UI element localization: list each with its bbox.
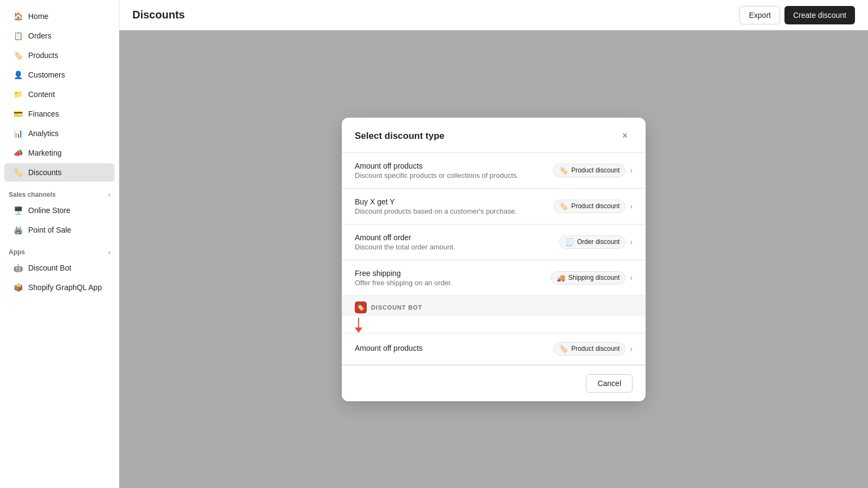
home-icon: 🏠 (13, 11, 23, 21)
sidebar-item-label: Discount Bot (28, 264, 71, 272)
sidebar-item-online-store[interactable]: 🖥️ Online Store (4, 201, 114, 220)
marketing-icon: 📣 (13, 148, 23, 158)
modal-select-discount-type: Select discount type × Amount off produc… (342, 118, 646, 401)
chevron-right-icon: › (630, 202, 633, 210)
page-title: Discounts (132, 9, 185, 21)
sidebar-item-label: Content (28, 90, 55, 99)
sidebar-item-label: Products (28, 51, 58, 60)
sidebar-item-marketing[interactable]: 📣 Marketing (4, 144, 114, 162)
chevron-right-icon: › (630, 237, 633, 246)
top-bar: Discounts Export Create discount (119, 0, 868, 30)
sidebar-item-content[interactable]: 📁 Content (4, 85, 114, 104)
sidebar-item-label: Discounts (28, 168, 61, 177)
modal-header: Select discount type × (342, 118, 646, 152)
option-title: Amount off order (355, 233, 559, 242)
finances-icon: 💳 (13, 109, 23, 119)
sidebar-item-label: Marketing (28, 149, 61, 157)
discount-option-amount-off-products[interactable]: Amount off products Discount specific pr… (342, 152, 646, 188)
chevron-right-icon: › (108, 192, 110, 198)
orders-icon: 📋 (13, 31, 23, 41)
discount-option-free-shipping[interactable]: Free shipping Offer free shipping on an … (342, 260, 646, 296)
option-text: Buy X get Y Discount products based on a… (355, 197, 553, 215)
arrow-down-indicator (342, 317, 646, 333)
badge-label: Order discount (577, 238, 620, 246)
order-discount-badge: 🧾 Order discount (559, 235, 626, 249)
modal-close-button[interactable]: × (617, 129, 633, 144)
option-description: Discount specific products or collection… (355, 171, 553, 179)
app-section-label: 🏷️ DISCOUNT BOT (355, 301, 633, 313)
svg-marker-1 (355, 328, 362, 333)
section-title: Apps (9, 248, 25, 256)
badge-label: Product discount (571, 166, 620, 174)
sidebar-item-finances[interactable]: 💳 Finances (4, 105, 114, 123)
product-discount-badge: 🏷️ Product discount (553, 342, 626, 356)
option-title: Free shipping (355, 269, 551, 278)
sidebar-item-discount-bot[interactable]: 🤖 Discount Bot (4, 259, 114, 277)
shipping-discount-badge: 🚚 Shipping discount (551, 271, 626, 285)
discount-option-amount-off-order[interactable]: Amount off order Discount the total orde… (342, 224, 646, 260)
discount-option-buy-x-get-y[interactable]: Buy X get Y Discount products based on a… (342, 188, 646, 224)
discount-option-app-amount-off-products[interactable]: Amount off products 🏷️ Product discount … (342, 333, 646, 365)
sidebar-item-label: Customers (28, 70, 65, 79)
receipt-icon: 🧾 (565, 238, 574, 246)
cancel-button[interactable]: Cancel (586, 374, 633, 393)
sidebar-item-products[interactable]: 🏷️ Products (4, 46, 114, 65)
sidebar-item-label: Home (28, 12, 48, 21)
modal-footer: Cancel (342, 365, 646, 401)
content-area: % ✂️ Select discount type × Amount off p… (119, 30, 868, 488)
analytics-icon: 📊 (13, 129, 23, 138)
online-store-icon: 🖥️ (13, 206, 23, 215)
option-description: Offer free shipping on an order. (355, 279, 551, 287)
products-icon: 🏷️ (13, 50, 23, 60)
sidebar-item-label: Analytics (28, 129, 59, 138)
tag-icon: 🏷️ (559, 166, 568, 175)
sidebar-item-orders[interactable]: 📋 Orders (4, 27, 114, 45)
sidebar-item-label: Point of Sale (28, 226, 71, 234)
product-discount-badge: 🏷️ Product discount (553, 200, 626, 213)
app-section-title: DISCOUNT BOT (371, 304, 422, 311)
sales-channels-section: Sales channels › (0, 182, 119, 201)
chevron-right-icon: › (630, 166, 633, 175)
discount-bot-icon: 🤖 (13, 263, 23, 273)
option-text: Free shipping Offer free shipping on an … (355, 269, 551, 287)
option-title: Amount off products (355, 344, 553, 352)
apps-section: Apps › (0, 240, 119, 258)
export-button[interactable]: Export (739, 6, 780, 24)
product-discount-badge: 🏷️ Product discount (553, 164, 626, 177)
sidebar-item-home[interactable]: 🏠 Home (4, 7, 114, 25)
arrow-down-icon (355, 318, 362, 333)
badge-label: Product discount (571, 345, 620, 352)
chevron-right-icon: › (630, 344, 633, 353)
truck-icon: 🚚 (557, 274, 565, 282)
chevron-right-icon: › (630, 273, 633, 282)
option-title: Buy X get Y (355, 197, 553, 206)
tag-icon: 🏷️ (559, 345, 568, 353)
modal-overlay[interactable]: Select discount type × Amount off produc… (119, 30, 868, 488)
option-description: Discount products based on a customer's … (355, 207, 553, 215)
sidebar-item-point-of-sale[interactable]: 🖨️ Point of Sale (4, 221, 114, 239)
modal-body: Amount off products Discount specific pr… (342, 152, 646, 365)
sidebar-item-label: Online Store (28, 206, 71, 215)
sidebar-item-label: Shopify GraphQL App (28, 283, 102, 292)
shopify-graphql-icon: 📦 (13, 282, 23, 292)
sidebar-item-label: Orders (28, 31, 52, 40)
sidebar: 🏠 Home 📋 Orders 🏷️ Products 👤 Customers … (0, 0, 119, 488)
tag-icon: 🏷️ (559, 202, 568, 210)
badge-label: Shipping discount (569, 274, 620, 281)
sidebar-item-discounts[interactable]: 🏷️ Discounts (4, 163, 114, 182)
discount-bot-app-icon: 🏷️ (355, 301, 367, 313)
top-bar-actions: Export Create discount (739, 6, 855, 24)
sidebar-item-customers[interactable]: 👤 Customers (4, 66, 114, 84)
content-icon: 📁 (13, 89, 23, 99)
point-of-sale-icon: 🖨️ (13, 225, 23, 235)
option-text: Amount off products Discount specific pr… (355, 162, 553, 179)
sidebar-item-shopify-graphql[interactable]: 📦 Shopify GraphQL App (4, 278, 114, 297)
customers-icon: 👤 (13, 70, 23, 80)
create-discount-button[interactable]: Create discount (784, 6, 855, 24)
sidebar-item-label: Finances (28, 110, 59, 118)
app-section-discount-bot: 🏷️ DISCOUNT BOT (342, 296, 646, 317)
option-title: Amount off products (355, 162, 553, 170)
sidebar-item-analytics[interactable]: 📊 Analytics (4, 124, 114, 143)
modal-title: Select discount type (355, 131, 444, 142)
option-description: Discount the total order amount. (355, 243, 559, 251)
